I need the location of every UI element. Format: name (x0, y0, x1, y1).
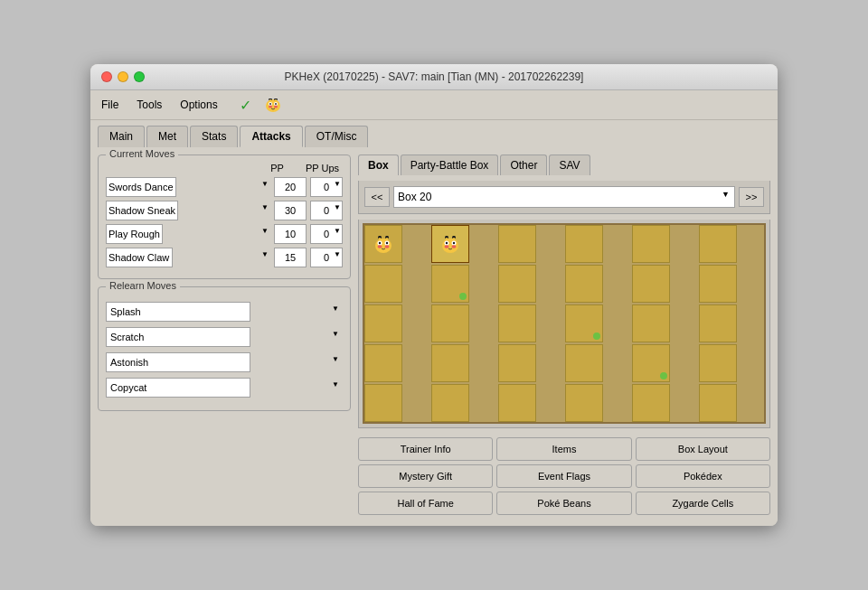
grid-cell-1-1[interactable] (431, 265, 469, 303)
grid-cell-2-5[interactable] (699, 304, 737, 342)
titlebar: PKHeX (20170225) - SAV7: main [Tian (MN)… (90, 64, 778, 90)
svg-rect-31 (446, 238, 448, 240)
tab-main[interactable]: Main (98, 126, 145, 147)
svg-rect-21 (386, 238, 388, 240)
zygarde-cells-button[interactable]: Zygarde Cells (636, 492, 770, 515)
pokemon-grid (363, 223, 766, 424)
move3-pp[interactable] (274, 224, 307, 244)
grid-cell-2-4[interactable] (632, 304, 670, 342)
menu-tools[interactable]: Tools (133, 97, 165, 113)
svg-point-14 (379, 242, 381, 244)
poke-beans-button[interactable]: Poké Beans (496, 492, 631, 515)
grid-cell-3-3[interactable] (565, 344, 603, 382)
tab-stats[interactable]: Stats (190, 126, 238, 147)
move2-select[interactable]: Shadow Sneak (106, 201, 178, 220)
pokedex-button[interactable]: Pokédex (636, 464, 770, 488)
grid-cell-1-4[interactable] (632, 265, 670, 303)
grid-cell-2-3[interactable] (565, 304, 603, 342)
hall-of-fame-button[interactable]: Hall of Fame (358, 492, 493, 515)
pokemon-grid-container (358, 220, 770, 428)
grid-cell-0-0[interactable] (364, 225, 402, 263)
svg-point-0 (266, 99, 280, 112)
grid-cell-4-5[interactable] (699, 384, 737, 422)
tab-party-battle-box[interactable]: Party-Battle Box (401, 155, 499, 175)
tab-attacks[interactable]: Attacks (240, 126, 302, 147)
box-select[interactable]: Box 20 (393, 186, 735, 208)
box-prev-button[interactable]: << (364, 187, 390, 207)
content-area: Current Moves PP PP Ups Swords Dance (90, 147, 778, 526)
items-button[interactable]: Items (496, 437, 631, 461)
mystery-gift-button[interactable]: Mystery Gift (358, 464, 493, 488)
maximize-button[interactable] (134, 71, 145, 82)
tab-sav[interactable]: SAV (549, 155, 590, 175)
move2-ppups[interactable]: 0123 (310, 201, 343, 220)
grid-cell-4-0[interactable] (364, 384, 402, 422)
svg-point-6 (274, 106, 278, 108)
move2-pp[interactable] (274, 201, 307, 220)
svg-point-26 (453, 242, 455, 244)
box-next-button[interactable]: >> (739, 187, 764, 207)
grid-cell-0-2[interactable] (498, 225, 536, 263)
svg-rect-10 (275, 99, 277, 102)
move4-select[interactable]: Shadow Claw (106, 248, 173, 267)
grid-cell-1-2[interactable] (498, 265, 536, 303)
grid-cell-3-1[interactable] (431, 344, 469, 382)
move1-select[interactable]: Swords Dance (106, 177, 176, 197)
grid-cell-2-2[interactable] (498, 304, 536, 342)
menu-options[interactable]: Options (176, 97, 221, 113)
close-button[interactable] (101, 71, 112, 82)
grid-cell-3-4[interactable] (632, 344, 670, 382)
move1-pp[interactable] (274, 177, 307, 197)
relearn3-select[interactable]: Astonish (106, 352, 250, 372)
grid-cell-0-4[interactable] (632, 225, 670, 263)
relearn2-select[interactable]: Scratch (106, 327, 250, 347)
relearn-moves-group: Relearn Moves Splash Scratch (98, 286, 351, 411)
grid-cell-3-0[interactable] (364, 344, 402, 382)
svg-point-4 (275, 103, 277, 105)
move3-ppups[interactable]: 0123 (310, 224, 343, 244)
pokemon-dot-3-4 (660, 372, 667, 379)
grid-cell-1-5[interactable] (699, 265, 737, 303)
move2-select-wrapper: Shadow Sneak (106, 201, 270, 220)
grid-cell-3-5[interactable] (699, 344, 737, 382)
grid-cell-2-1[interactable] (431, 304, 469, 342)
menubar: File Tools Options ✓ (90, 90, 778, 120)
grid-cell-2-0[interactable] (364, 304, 402, 342)
grid-cell-4-3[interactable] (565, 384, 603, 422)
relearn4-select[interactable]: Copycat (106, 378, 250, 398)
grid-cell-0-1[interactable] (431, 225, 469, 263)
move2-ppups-wrapper: 0123 (310, 201, 343, 220)
move1-ppups[interactable]: 0123 (310, 177, 343, 197)
tab-box[interactable]: Box (358, 155, 399, 175)
tab-other[interactable]: Other (500, 155, 547, 175)
grid-cell-3-2[interactable] (498, 344, 536, 382)
grid-cell-4-1[interactable] (431, 384, 469, 422)
grid-cell-1-0[interactable] (364, 265, 402, 303)
svg-point-5 (269, 106, 272, 108)
grid-cell-1-3[interactable] (565, 265, 603, 303)
action-buttons: Trainer Info Items Box Layout Mystery Gi… (358, 434, 770, 519)
trainer-info-button[interactable]: Trainer Info (358, 437, 493, 461)
svg-point-11 (375, 239, 392, 253)
svg-point-15 (386, 242, 388, 244)
menu-file[interactable]: File (98, 97, 122, 113)
moves-header: PP PP Ups (106, 163, 343, 173)
svg-point-27 (445, 245, 449, 248)
grid-cell-0-3[interactable] (565, 225, 603, 263)
grid-cell-4-2[interactable] (498, 384, 536, 422)
tab-met[interactable]: Met (146, 126, 188, 147)
tab-ot-misc[interactable]: OT/Misc (305, 126, 369, 147)
box-layout-button[interactable]: Box Layout (636, 437, 770, 461)
current-moves-label: Current Moves (106, 148, 178, 159)
move3-select[interactable]: Play Rough (106, 224, 163, 244)
minimize-button[interactable] (118, 71, 128, 82)
grid-cell-0-5[interactable] (699, 225, 737, 263)
relearn1-select[interactable]: Splash (106, 302, 250, 322)
move4-ppups[interactable]: 0123 (310, 248, 343, 267)
main-window: PKHeX (20170225) - SAV7: main [Tian (MN)… (90, 64, 778, 526)
event-flags-button[interactable]: Event Flags (496, 464, 631, 488)
grid-cell-4-4[interactable] (632, 384, 670, 422)
svg-point-28 (452, 245, 457, 248)
move4-pp[interactable] (274, 248, 307, 267)
move4-ppups-wrapper: 0123 (310, 248, 343, 267)
